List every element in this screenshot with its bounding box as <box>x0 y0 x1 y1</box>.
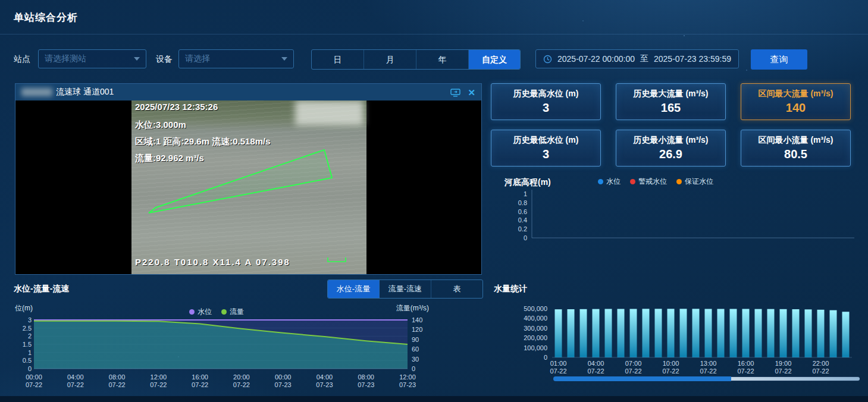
station-select[interactable]: 请选择测站 <box>38 49 146 68</box>
axis-tick-label: 0 <box>524 234 527 241</box>
axis-tick-label: 07-22 <box>662 368 679 375</box>
period-tab-年[interactable]: 年 <box>416 50 469 69</box>
axis-tick-label: 10:00 <box>663 360 679 367</box>
legend-dot-icon <box>189 309 195 315</box>
legend-item-水位[interactable]: 水位 <box>598 177 621 187</box>
video-osd-level: 水位:3.000m <box>135 120 186 131</box>
stageflow-tab-水位-流量[interactable]: 水位-流量 <box>328 280 380 298</box>
bar <box>630 309 637 357</box>
legend-item-水位[interactable]: 水位 <box>189 307 212 317</box>
page-title: 单站综合分析 <box>14 11 78 24</box>
stageflow-panel-title: 水位-流量-流速 <box>14 284 69 294</box>
stat-card: 历史最小流量 (m³/s)26.9 <box>616 130 726 167</box>
legend-dot-icon <box>630 179 635 184</box>
period-tab-自定义[interactable]: 自定义 <box>469 50 520 69</box>
axis-tick-label: 07-23 <box>399 381 416 388</box>
axis-tick-label: 07-23 <box>275 381 292 388</box>
clock-icon <box>543 55 552 64</box>
axis-tick-label: 2.5 <box>23 325 32 332</box>
axis-tick-label: 100,000 <box>524 344 547 351</box>
bar <box>780 309 787 357</box>
device-select[interactable]: 请选择 <box>178 49 294 68</box>
axis-tick-label: 120 <box>412 326 422 333</box>
station-select-value: 请选择测站 <box>45 54 86 64</box>
bar <box>643 309 650 357</box>
stageflow-legend: 水位流量 <box>189 307 244 317</box>
stat-card: 历史最高水位 (m)3 <box>491 83 601 120</box>
legend-item-流量[interactable]: 流量 <box>221 307 244 317</box>
date-range-picker[interactable]: 2025-07-22 00:00:00 至 2025-07-23 23:59:5… <box>535 49 739 68</box>
stat-card: 历史最大流量 (m³/s)165 <box>616 83 726 120</box>
filter-bar: 站点 请选择测站 设备 请选择 日月年自定义 2025-07-22 00:00:… <box>0 49 868 70</box>
axis-tick-label: 12:00 <box>399 373 416 381</box>
bar <box>618 309 625 357</box>
stat-card-label: 区间最小流量 (m³/s) <box>759 135 833 146</box>
stat-card-label: 历史最低水位 (m) <box>513 135 579 146</box>
axis-tick-label: 07-22 <box>108 381 125 388</box>
video-close-icon[interactable]: ✕ <box>468 88 475 97</box>
axis-tick-label: 0 <box>28 365 32 372</box>
stat-card-value: 165 <box>661 101 681 115</box>
axis-tick-label: 0.5 <box>23 357 32 364</box>
axis-tick-label: 140 <box>412 316 422 324</box>
period-tab-日[interactable]: 日 <box>312 50 364 69</box>
legend-dot-icon <box>221 309 227 315</box>
video-title: 流速球 通道001 <box>56 87 114 98</box>
axis-tick-label: 07-22 <box>775 368 791 375</box>
stat-card-value: 140 <box>786 101 806 115</box>
stageflow-tab-流量-流速[interactable]: 流量-流速 <box>380 280 431 298</box>
query-button[interactable]: 查询 <box>751 49 807 70</box>
date-start-value: 2025-07-22 00:00:00 <box>557 54 635 64</box>
bar <box>555 309 562 357</box>
axis-tick-label: 07-22 <box>587 368 604 375</box>
bar <box>605 309 612 357</box>
stat-card-label: 区间最大流量 (m³/s) <box>759 89 833 99</box>
axis-tick-label: 07:00 <box>625 360 642 367</box>
bar <box>792 309 800 357</box>
stat-card: 区间最小流量 (m³/s)80.5 <box>741 130 851 167</box>
legend-item-警戒水位[interactable]: 警戒水位 <box>630 177 667 187</box>
legend-item-保证水位[interactable]: 保证水位 <box>676 177 713 187</box>
bar <box>692 309 700 357</box>
chevron-down-icon <box>134 57 140 61</box>
bar <box>730 309 737 357</box>
datazoom-shadow <box>731 377 860 381</box>
axis-tick-label: 12:00 <box>151 373 167 381</box>
datazoom-selected-range[interactable] <box>553 376 731 381</box>
bar <box>568 309 575 357</box>
axis-tick-label: 08:00 <box>109 373 126 381</box>
period-tabs: 日月年自定义 <box>311 49 521 70</box>
period-tab-月[interactable]: 月 <box>364 50 416 69</box>
bar <box>842 312 850 357</box>
legend-label: 警戒水位 <box>638 177 667 187</box>
legend-label: 流量 <box>230 307 244 317</box>
axis-tick-label: 30 <box>412 356 419 363</box>
bar <box>668 309 675 357</box>
stats-grid: 历史最高水位 (m)3历史最大流量 (m³/s)165区间最大流量 (m³/s)… <box>491 83 851 167</box>
footer-strip <box>0 396 868 402</box>
stat-card-value: 3 <box>543 101 549 115</box>
volume-panel-title: 水量统计 <box>494 284 527 294</box>
left-axis-label: 位(m) <box>15 304 33 312</box>
video-frame: 2025/07/23 12:35:26 水位:3.000m 区域:1 距高:29… <box>15 100 481 274</box>
video-header: 流速球 通道001 ✕ <box>15 84 481 100</box>
axis-tick-label: 16:00 <box>192 373 208 381</box>
axis-tick-label: 04:00 <box>588 360 604 367</box>
device-select-value: 请选择 <box>185 54 210 64</box>
axis-tick-label: 07-22 <box>737 368 754 375</box>
axis-tick-label: 0 <box>412 365 415 372</box>
stat-card-value: 80.5 <box>784 147 807 161</box>
axis-tick-label: 19:00 <box>775 360 792 367</box>
stat-card-value: 26.9 <box>659 147 682 161</box>
bar <box>755 309 762 357</box>
stageflow-tab-表[interactable]: 表 <box>431 280 482 298</box>
bar <box>593 309 600 357</box>
video-stream-icon[interactable] <box>450 88 460 97</box>
stat-card-label: 历史最小流量 (m³/s) <box>634 135 709 146</box>
legend-label: 水位 <box>198 307 212 317</box>
axis-tick-label: 1 <box>28 349 32 356</box>
volume-datazoom[interactable] <box>553 376 860 381</box>
station-label: 站点 <box>14 54 30 65</box>
axis-tick-label: 07-22 <box>192 381 208 388</box>
date-end-value: 2025-07-23 23:59:59 <box>654 54 731 64</box>
